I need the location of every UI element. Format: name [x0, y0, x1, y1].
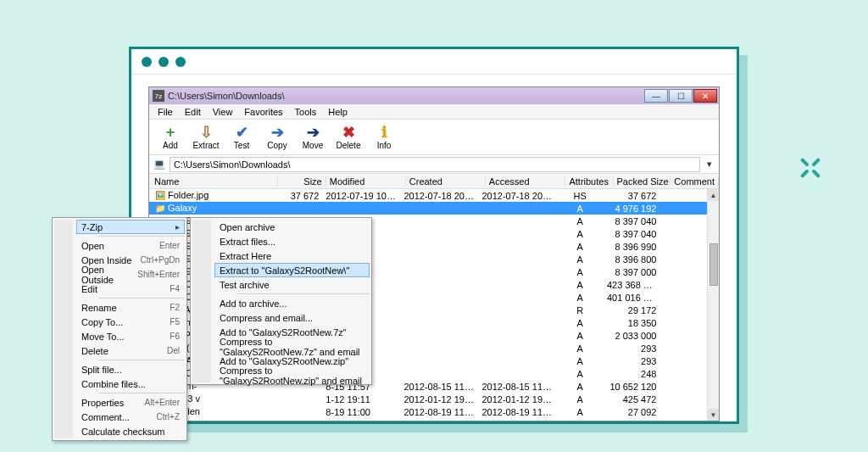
context-menu-item[interactable]: Test archive — [214, 277, 370, 292]
cell-packed-size: 8 397 000 — [604, 267, 659, 277]
context-menu-item[interactable]: RenameF2 — [76, 300, 185, 315]
menu-separator — [98, 236, 185, 237]
add-button[interactable]: +Add — [154, 124, 186, 150]
context-menu-item[interactable]: Extract files... — [214, 234, 370, 248]
context-menu-item[interactable]: Move To...F6 — [76, 329, 185, 343]
browser-bar — [131, 49, 737, 75]
test-icon: ✔ — [233, 124, 250, 141]
address-dropdown-icon[interactable]: ▾ — [704, 159, 715, 170]
cell-attributes: A — [557, 254, 604, 265]
column-header-modified[interactable]: Modified — [326, 176, 406, 187]
context-submenu[interactable]: Open archiveExtract files...Extract Here… — [190, 217, 372, 385]
column-header-packed-size[interactable]: Packed Size — [614, 176, 671, 187]
cell-accessed: 2012-08-19 11:00 — [478, 407, 556, 417]
address-input[interactable] — [170, 157, 700, 172]
cell-modified: 8-19 11:00 — [322, 407, 400, 417]
context-menu-shortcut: F6 — [170, 332, 180, 341]
context-menu-item[interactable]: PropertiesAlt+Enter — [76, 395, 185, 410]
cell-packed-size: 27 092 — [604, 407, 659, 417]
context-menu-item[interactable]: OpenEnter — [76, 238, 185, 253]
context-menu-item[interactable]: Calculate checksum — [76, 424, 185, 438]
add-icon: + — [162, 124, 179, 141]
cell-packed-size: 423 368 193 — [604, 280, 659, 290]
menu-edit[interactable]: Edit — [180, 106, 206, 118]
info-button[interactable]: ℹInfo — [368, 124, 400, 150]
cell-attributes: A — [557, 204, 604, 214]
column-header-comment[interactable]: Comment — [670, 176, 719, 187]
context-menu-label: Open Outside — [81, 265, 137, 285]
context-menu-item[interactable]: Add to archive... — [214, 296, 370, 310]
menu-view[interactable]: View — [208, 106, 238, 118]
cell-packed-size: 4 976 192 — [604, 204, 659, 214]
context-menu-item[interactable]: Compress to "GalaxyS2RootNew.zip" and em… — [214, 368, 370, 382]
column-header-accessed[interactable]: Accessed — [486, 176, 565, 187]
context-menu-item[interactable]: DeleteDel — [76, 343, 185, 358]
menu-separator — [236, 293, 370, 294]
move-button[interactable]: ➔Move — [297, 124, 329, 150]
context-menu-item[interactable]: Open OutsideShift+Enter — [76, 267, 185, 282]
file-type-icon: 📁 — [154, 204, 166, 214]
context-menu-shortcut: Enter — [159, 241, 180, 250]
menu-tools[interactable]: Tools — [290, 106, 322, 118]
minimize-button[interactable]: — — [644, 89, 668, 103]
cell-packed-size: 2 033 000 — [604, 331, 659, 341]
cell-packed-size: 8 397 040 — [604, 216, 659, 226]
column-header-size[interactable]: Size — [278, 176, 326, 187]
cell-attributes: A — [557, 343, 604, 354]
context-menu-item[interactable]: Extract Here — [214, 248, 370, 263]
file-row[interactable]: 📁GalaxyA4 976 192 — [149, 202, 707, 215]
scroll-down-icon[interactable]: ▼ — [708, 409, 719, 421]
copy-button[interactable]: ➔Copy — [261, 124, 293, 150]
context-menu-label: Move To... — [81, 332, 125, 342]
cell-modified: 1-12 19:11 — [322, 394, 400, 405]
computer-icon[interactable]: 💻 — [153, 158, 166, 171]
context-menu-label: Delete — [81, 346, 108, 356]
scrollbar[interactable]: ▲ ▼ — [707, 189, 719, 421]
context-menu[interactable]: 7-ZipOpenEnterOpen InsideCtrl+PgDnOpen O… — [52, 217, 187, 441]
context-menu-item[interactable]: Open archive — [214, 220, 370, 234]
file-row[interactable]: 🖼️Folder.jpg37 6722012-07-19 10:042012-0… — [149, 189, 707, 202]
file-row[interactable]: 📁Odin3 v1-12 19:112012-01-12 19:112012-0… — [149, 393, 707, 405]
cell-accessed: 2012-01-12 19:11 — [478, 394, 556, 405]
context-menu-item[interactable]: Combine files... — [76, 377, 185, 391]
maximize-button[interactable]: ☐ — [669, 89, 693, 103]
cell-accessed: 2012-06-23 12:05 — [478, 420, 556, 421]
close-button[interactable]: ✕ — [693, 89, 717, 103]
context-menu-item[interactable]: Split file... — [76, 362, 185, 377]
context-menu-item[interactable]: Compress and email... — [214, 310, 370, 325]
context-menu-item[interactable]: Comment...Ctrl+Z — [76, 410, 185, 424]
context-menu-item[interactable]: Copy To...F5 — [76, 315, 185, 329]
file-row[interactable]: 🌐okkelen6-23 12:052012-06-23 12:052012-0… — [149, 418, 707, 421]
column-headers: Name Size Modified Created Accessed Attr… — [149, 174, 719, 189]
delete-button[interactable]: ✖Delete — [332, 124, 364, 150]
info-icon: ℹ — [376, 124, 392, 141]
cell-packed-size: 8 396 800 — [604, 254, 659, 265]
address-bar: 💻 ▾ — [149, 155, 719, 174]
cell-packed-size: 29 172 — [604, 305, 659, 315]
context-menu-shortcut: F5 — [170, 317, 180, 326]
column-header-attributes[interactable]: Attributes — [565, 176, 614, 187]
toolbar-label: Test — [234, 141, 249, 150]
scroll-up-icon[interactable]: ▲ — [708, 189, 719, 201]
cell-attributes: A — [557, 280, 604, 290]
file-row[interactable]: 🌐okkelen8-19 11:002012-08-19 11:002012-0… — [149, 405, 707, 418]
menu-favorites[interactable]: Favorites — [239, 106, 287, 118]
column-header-created[interactable]: Created — [406, 176, 486, 187]
scrollbar-thumb[interactable] — [709, 243, 718, 286]
context-menu-label: Comment... — [81, 412, 130, 422]
menu-file[interactable]: File — [153, 106, 178, 118]
column-header-name[interactable]: Name — [151, 176, 278, 187]
context-menu-item[interactable]: 7-Zip — [76, 220, 185, 234]
context-menu-item[interactable]: Extract to "GalaxyS2RootNew\" — [214, 263, 370, 277]
cell-attributes: A — [557, 382, 604, 392]
menu-help[interactable]: Help — [323, 106, 353, 118]
extract-button[interactable]: ⇩Extract — [190, 124, 222, 150]
context-menu-label: Compress and email... — [220, 313, 313, 323]
toolbar-label: Delete — [337, 141, 361, 150]
app-icon: 7z — [153, 90, 164, 102]
cell-attributes: R — [557, 305, 604, 315]
menu-separator — [98, 298, 185, 299]
cell-attributes: A — [557, 293, 604, 303]
test-button[interactable]: ✔Test — [225, 124, 258, 150]
context-menu-item[interactable]: Compress to "GalaxyS2RootNew.7z" and ema… — [214, 339, 370, 354]
